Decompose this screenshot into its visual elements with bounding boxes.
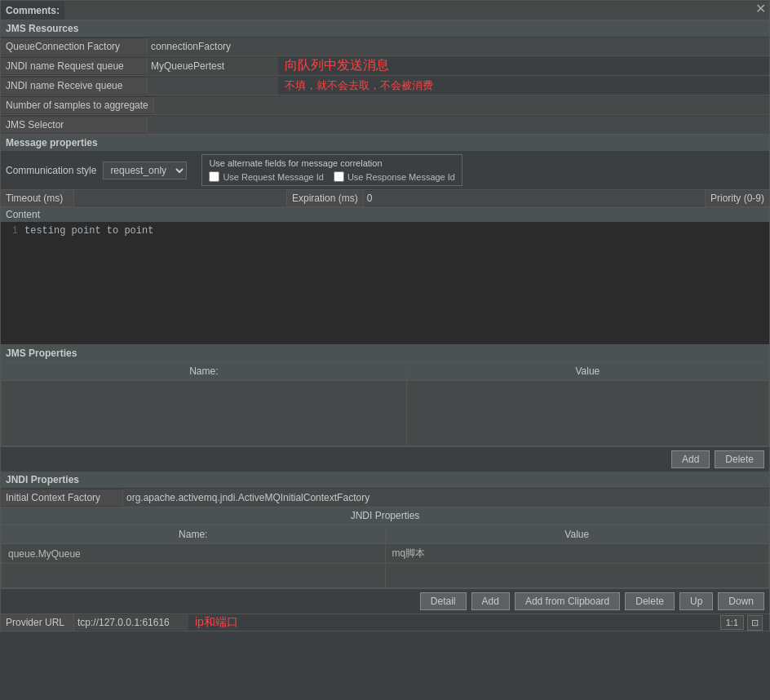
content-header: Content	[1, 207, 769, 222]
num-samples-label: Number of samples to aggregate	[1, 97, 154, 113]
initial-context-factory-row: Initial Context Factory	[1, 488, 769, 507]
jndi-add-clipboard-button[interactable]: Add from Clipboard	[515, 592, 620, 610]
content-section: Content 1 testing point to point	[1, 207, 769, 345]
jndi-up-button[interactable]: Up	[679, 592, 713, 610]
expiration-input[interactable]	[364, 191, 705, 206]
jms-properties-header: JMS Properties	[1, 345, 769, 361]
jndi-detail-button[interactable]: Detail	[420, 592, 467, 610]
jms-props-btn-row: Add Delete	[1, 446, 769, 472]
jndi-row1-name: queue.MyQueue	[2, 544, 386, 564]
jms-properties-table: Name: Value	[1, 361, 769, 446]
jndi-value-col: Value	[385, 525, 769, 544]
jms-props-empty-value	[406, 381, 768, 446]
message-properties-header: Message properties	[1, 135, 769, 151]
use-response-msg-id-checkbox[interactable]	[334, 171, 344, 182]
use-request-msg-id-label[interactable]: Use Request Message Id	[209, 171, 324, 182]
jndi-request-label: JNDI name Request queue	[1, 58, 148, 74]
num-samples-row: Number of samples to aggregate	[1, 95, 769, 115]
jms-props-name-col: Name:	[2, 362, 407, 381]
correlation-title: Use alternate fields for message correla…	[209, 158, 455, 168]
comm-style-row: Communication style request_only request…	[1, 151, 769, 190]
jndi-row-1: queue.MyQueue mq脚本	[2, 544, 769, 564]
jndi-empty-name	[2, 564, 386, 588]
jndi-down-button[interactable]: Down	[718, 592, 764, 610]
timeout-label: Timeout (ms)	[1, 190, 74, 206]
jms-props-delete-button[interactable]: Delete	[715, 450, 764, 468]
jndi-receive-row: JNDI name Receive queue 不填，就不会去取，不会被消费	[1, 76, 769, 95]
provider-url-row: Provider URL ip和端口 1:1 ⊡	[1, 614, 769, 631]
jndi-receive-label: JNDI name Receive queue	[1, 78, 148, 94]
zoom-controls: 1:1 ⊡	[720, 615, 769, 631]
checkbox-row: Use Request Message Id Use Response Mess…	[209, 171, 455, 182]
queue-connection-factory-row: QueueConnection Factory	[1, 37, 769, 56]
zoom-icon[interactable]: ⊡	[747, 615, 763, 631]
jndi-name-col: Name:	[2, 525, 386, 544]
jms-props-empty-row	[2, 381, 769, 446]
main-panel: ✕ Comments: JMS Resources QueueConnectio…	[0, 0, 770, 631]
jndi-receive-input[interactable]	[148, 77, 278, 95]
comments-row: Comments:	[1, 1, 769, 20]
jndi-add-button[interactable]: Add	[471, 592, 510, 610]
jndi-properties-table: Name: Value queue.MyQueue mq脚本	[1, 525, 769, 588]
use-request-msg-id-checkbox[interactable]	[209, 171, 219, 182]
jndi-inner-header: JNDI Properties	[1, 507, 769, 525]
use-response-msg-id-label[interactable]: Use Response Message Id	[334, 171, 455, 182]
jndi-request-input[interactable]	[148, 57, 278, 75]
num-samples-input[interactable]	[154, 96, 769, 114]
jms-selector-label: JMS Selector	[1, 117, 148, 133]
jms-selector-row: JMS Selector	[1, 115, 769, 135]
comments-input[interactable]	[64, 2, 769, 20]
jms-resources-header: JMS Resources	[1, 20, 769, 37]
queue-connection-factory-input[interactable]	[148, 38, 769, 55]
comm-style-select[interactable]: request_only request_reply read browse s…	[103, 162, 187, 179]
jndi-empty-value	[385, 564, 769, 588]
comments-label: Comments:	[1, 2, 64, 19]
jndi-delete-button[interactable]: Delete	[625, 592, 675, 610]
jndi-request-row: JNDI name Request queue 向队列中发送消息	[1, 56, 769, 76]
zoom-ratio: 1:1	[720, 615, 744, 630]
priority-label: Priority (0-9)	[705, 190, 769, 206]
jndi-receive-annotation: 不填，就不会去取，不会被消费	[278, 78, 433, 93]
timeout-input[interactable]	[74, 191, 286, 206]
timeout-expiration-row: Timeout (ms) Expiration (ms) Priority (0…	[1, 190, 769, 207]
initial-context-factory-input[interactable]	[123, 489, 769, 507]
queue-connection-factory-label: QueueConnection Factory	[1, 38, 148, 55]
close-button[interactable]: ✕	[755, 2, 766, 16]
provider-url-input[interactable]	[74, 615, 188, 630]
jms-props-empty-name	[2, 381, 407, 446]
provider-url-annotation: ip和端口	[188, 615, 245, 630]
jndi-row-empty	[2, 564, 769, 588]
line-numbers: 1	[4, 225, 24, 341]
expiration-label: Expiration (ms)	[286, 190, 364, 206]
jms-selector-input[interactable]	[148, 116, 769, 134]
jndi-properties-header: JNDI Properties	[1, 472, 769, 488]
code-content: testing point to point	[24, 225, 766, 341]
jndi-row1-value: mq脚本	[385, 544, 769, 564]
jms-props-value-col: Value	[406, 362, 768, 381]
jndi-request-annotation: 向队列中发送消息	[278, 57, 389, 74]
code-area[interactable]: 1 testing point to point	[1, 222, 769, 344]
comm-style-label: Communication style	[6, 165, 96, 176]
provider-url-label: Provider URL	[1, 614, 74, 631]
jndi-btn-row: Detail Add Add from Clipboard Delete Up …	[1, 588, 769, 614]
jms-props-add-button[interactable]: Add	[671, 450, 710, 468]
initial-context-factory-label: Initial Context Factory	[1, 490, 123, 506]
correlation-box: Use alternate fields for message correla…	[201, 154, 462, 186]
